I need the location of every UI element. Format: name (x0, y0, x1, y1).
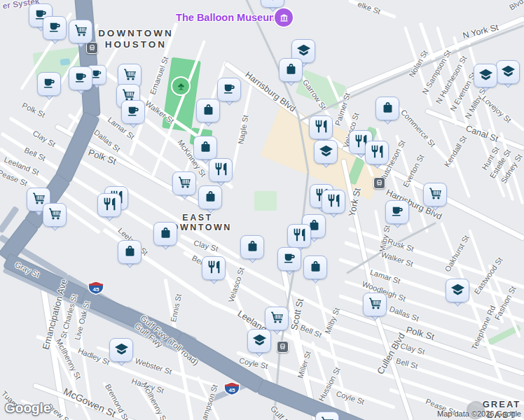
shopping-cart-marker[interactable] (363, 293, 387, 323)
marker-badge (97, 193, 121, 217)
shopping-bag-marker[interactable] (375, 97, 399, 127)
coffee-icon (282, 251, 297, 268)
coffee-marker[interactable] (385, 200, 409, 231)
shopping-cart-marker[interactable] (172, 172, 196, 202)
shopping-bag-icon (123, 244, 137, 261)
marker-badge (198, 186, 222, 209)
marker-badge (375, 97, 399, 120)
shopping-cart-marker[interactable] (315, 412, 339, 420)
marker-badge (196, 99, 220, 122)
restaurant-icon (292, 227, 307, 245)
shopping-bag-icon (380, 100, 395, 118)
marker-badge (193, 136, 217, 160)
map-attribution[interactable]: Map data ©2026 Google (437, 410, 521, 418)
coffee-icon (74, 70, 88, 88)
marker-badge (363, 293, 387, 316)
marker-badge (303, 255, 327, 279)
google-logo[interactable]: Google (5, 400, 50, 416)
shopping-cart-marker[interactable] (69, 20, 92, 50)
marker-badge (265, 307, 289, 330)
school-marker[interactable] (474, 64, 497, 94)
school-icon (266, 0, 280, 5)
marker-badge (322, 190, 345, 214)
shopping-bag-icon (201, 102, 216, 120)
shopping-cart-icon (48, 206, 62, 224)
shopping-bag-icon (198, 139, 213, 157)
marker-badge (43, 16, 67, 40)
shopping-bag-icon (284, 62, 298, 79)
marker-badge (423, 183, 447, 206)
school-icon (501, 64, 516, 81)
marker-badge (209, 158, 233, 182)
marker-badge (69, 66, 92, 90)
marker-badge (496, 60, 520, 84)
marker-badge (309, 115, 333, 139)
shopping-bag-marker[interactable] (240, 235, 264, 266)
school-icon (478, 67, 493, 85)
shopping-cart-icon (74, 23, 88, 41)
school-marker[interactable] (446, 279, 469, 309)
coffee-marker[interactable] (43, 16, 67, 47)
shopping-bag-marker[interactable] (303, 255, 327, 286)
restaurant-marker[interactable] (97, 193, 121, 224)
coffee-marker[interactable] (277, 247, 301, 278)
marker-badge (37, 72, 61, 96)
marker-badge (240, 235, 264, 259)
shopping-cart-icon (177, 175, 192, 192)
coffee-marker[interactable] (121, 100, 145, 131)
school-marker[interactable] (496, 60, 520, 91)
shopping-cart-icon (320, 415, 335, 420)
coffee-marker[interactable] (37, 72, 61, 103)
restaurant-icon (207, 260, 221, 277)
shopping-cart-marker[interactable] (43, 203, 67, 234)
marker-badge (446, 279, 469, 302)
marker-badge (314, 140, 338, 164)
marker-badge (315, 412, 339, 420)
marker-badge (279, 58, 303, 82)
school-icon (296, 43, 311, 60)
school-icon (450, 282, 465, 300)
marker-badge (121, 100, 145, 124)
marker-badge (118, 240, 142, 264)
shopping-cart-icon (270, 310, 284, 328)
restaurant-marker[interactable] (365, 141, 389, 172)
restaurant-marker[interactable] (202, 256, 226, 287)
shopping-bag-marker[interactable] (198, 186, 222, 216)
marker-badge (277, 247, 301, 271)
coffee-icon (48, 20, 62, 37)
shopping-bag-marker[interactable] (153, 222, 177, 253)
marker-badge (217, 78, 241, 102)
marker-badge (109, 338, 133, 362)
marker-badge (202, 256, 226, 280)
shopping-cart-marker[interactable] (423, 183, 447, 214)
school-marker[interactable] (109, 338, 133, 369)
marker-badge (474, 64, 497, 88)
coffee-marker[interactable] (217, 78, 241, 108)
restaurant-marker[interactable] (209, 158, 233, 189)
restaurant-icon (102, 197, 117, 214)
school-marker[interactable] (261, 0, 284, 15)
marker-badge (261, 0, 284, 8)
coffee-icon (126, 104, 141, 121)
marker-badge (153, 222, 177, 246)
shopping-bag-marker[interactable] (118, 240, 142, 271)
school-marker[interactable] (247, 329, 271, 360)
shopping-bag-icon (245, 239, 260, 256)
shopping-cart-icon (368, 296, 382, 314)
school-icon (252, 332, 267, 350)
marker-badge (287, 224, 311, 248)
coffee-icon (390, 204, 405, 221)
shopping-bag-icon (158, 225, 173, 243)
school-marker[interactable] (314, 140, 338, 171)
shopping-bag-marker[interactable] (196, 99, 220, 130)
shopping-bag-icon (308, 259, 323, 276)
marker-badge (69, 20, 92, 43)
markers-layer (0, 0, 524, 420)
shopping-bag-icon (203, 189, 218, 206)
school-icon (114, 342, 129, 359)
shopping-cart-icon (123, 67, 137, 85)
coffee-marker[interactable] (69, 66, 92, 97)
marker-badge (385, 200, 409, 224)
shopping-bag-marker[interactable] (279, 58, 303, 89)
map-canvas[interactable]: Polk StClay StBell StLeeland StPease StG… (0, 0, 524, 420)
